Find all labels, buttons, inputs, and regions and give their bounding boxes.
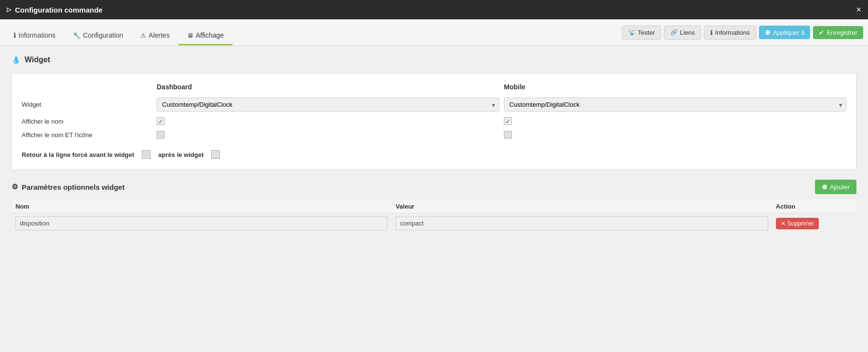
check-icon: ✔ <box>819 29 824 36</box>
wrench-icon: 🔧 <box>73 32 81 39</box>
param-action-cell: ✕ Supprimer <box>772 213 856 234</box>
informations-btn-label: Informations <box>715 29 750 36</box>
rss-icon: 📡 <box>628 29 636 36</box>
table-row: ✕ Supprimer <box>12 213 856 234</box>
title-bar-left: ▷ Configuration commande <box>7 6 103 14</box>
afficher-nom-mobile-checkbox-wrapper: ✓ <box>504 117 846 125</box>
mobile-widget-select[interactable]: Customtemp/DigitalClock <box>504 98 846 112</box>
display-icon: 🖥 <box>187 32 193 39</box>
optional-title-label: Paramètres optionnels widget <box>22 183 124 191</box>
enregistrer-button[interactable]: ✔ Enregistrer <box>813 26 863 39</box>
params-table: Nom Valeur Action ✕ Suppri <box>12 200 856 233</box>
afficher-nom-dashboard-checkbox[interactable]: ✓ <box>157 117 164 125</box>
tab-configuration-label: Configuration <box>83 31 123 39</box>
tab-affichage[interactable]: 🖥 Affichage <box>178 31 232 45</box>
delete-label: Supprimer <box>787 220 814 227</box>
widget-section-title: Widget <box>25 56 50 64</box>
linebreak-before-checkbox[interactable] <box>142 150 150 159</box>
afficher-icone-mobile-checkbox[interactable] <box>504 131 512 139</box>
x-icon: ✕ <box>781 220 786 227</box>
gear-icon: ⚙ <box>12 183 18 191</box>
tester-label: Tester <box>638 29 655 36</box>
afficher-nom-row: Afficher le nom ✓ ✓ <box>22 114 846 128</box>
tab-alertes[interactable]: ⚠ Alertes <box>132 31 178 45</box>
delete-param-button[interactable]: ✕ Supprimer <box>776 218 819 229</box>
add-label: Ajouter <box>830 183 850 191</box>
col-nom-header: Nom <box>12 200 392 213</box>
widget-config-panel: Dashboard Mobile Widget Customtemp/Digit… <box>12 73 856 170</box>
dashboard-widget-select[interactable]: Customtemp/DigitalClock <box>157 98 499 112</box>
drop-icon: 💧 <box>12 56 21 64</box>
tab-informations-label: Informations <box>18 31 55 39</box>
alert-icon: ⚠ <box>140 32 146 39</box>
widget-row-label: Widget <box>22 101 152 108</box>
spacer <box>22 83 152 91</box>
afficher-nom-mobile-checkbox[interactable]: ✓ <box>504 117 512 125</box>
param-valeur-cell <box>392 213 772 234</box>
optional-title-wrapper: ⚙ Paramètres optionnels widget <box>12 183 124 191</box>
col-action-header: Action <box>772 200 856 213</box>
tab-configuration[interactable]: 🔧 Configuration <box>64 31 132 45</box>
mobile-col-header: Mobile <box>504 83 846 91</box>
title-bar: ▷ Configuration commande × <box>0 0 868 19</box>
widget-section-header: 💧 Widget <box>12 56 856 64</box>
tester-button[interactable]: 📡 Tester <box>622 26 661 40</box>
plus-icon: ⊕ <box>765 28 771 36</box>
param-nom-cell <box>12 213 392 234</box>
window-title: Configuration commande <box>15 6 103 14</box>
liens-label: Liens <box>680 29 695 36</box>
add-plus-icon: ⊕ <box>822 183 827 191</box>
col-valeur-header: Valeur <box>392 200 772 213</box>
linebreak-after-checkbox[interactable] <box>211 150 220 159</box>
appliquer-button[interactable]: ⊕ Appliquer à <box>759 26 811 39</box>
mobile-widget-select-wrapper: Customtemp/DigitalClock ▾ <box>504 98 846 112</box>
link-icon: 🔗 <box>670 29 678 36</box>
tab-affichage-label: Affichage <box>196 31 224 39</box>
liens-button[interactable]: 🔗 Liens <box>664 26 701 40</box>
appliquer-label: Appliquer à <box>773 29 805 36</box>
afficher-icone-dashboard-checkbox[interactable] <box>157 131 164 139</box>
params-table-header-row: Nom Valeur Action <box>12 200 856 213</box>
close-button[interactable]: × <box>856 5 861 15</box>
add-param-button[interactable]: ⊕ Ajouter <box>815 180 856 194</box>
afficher-nom-icone-label: Afficher le nom ET l'icône <box>22 131 152 139</box>
param-nom-input[interactable] <box>15 216 388 230</box>
info-btn-icon: ℹ <box>710 29 713 36</box>
optional-header: ⚙ Paramètres optionnels widget ⊕ Ajouter <box>12 180 856 194</box>
linebreak-after-label: après le widget <box>158 151 203 158</box>
afficher-nom-label: Afficher le nom <box>22 118 152 125</box>
informations-button[interactable]: ℹ Informations <box>704 26 756 40</box>
param-valeur-input[interactable] <box>395 216 768 230</box>
afficher-nom-icone-row: Afficher le nom ET l'icône <box>22 128 846 141</box>
enregistrer-label: Enregistrer <box>827 29 857 36</box>
tab-bar-left: ℹ Informations 🔧 Configuration ⚠ Alertes… <box>5 19 232 45</box>
afficher-nom-dashboard-checkbox-wrapper: ✓ <box>157 117 499 125</box>
tab-informations[interactable]: ℹ Informations <box>5 31 64 45</box>
linebreak-row: Retour à la ligne forcé avant le widget … <box>22 145 846 162</box>
info-icon: ℹ <box>14 31 16 39</box>
optional-section: ⚙ Paramètres optionnels widget ⊕ Ajouter… <box>12 180 856 233</box>
main-content: 💧 Widget Dashboard Mobile Widget Customt… <box>0 46 868 352</box>
dashboard-col-header: Dashboard <box>157 83 499 91</box>
afficher-icone-mobile-wrapper <box>504 131 846 139</box>
linebreak-before-label: Retour à la ligne forcé avant le widget <box>22 151 134 158</box>
dashboard-widget-select-wrapper: Customtemp/DigitalClock ▾ <box>157 98 499 112</box>
toolbar-right: 📡 Tester 🔗 Liens ℹ Informations ⊕ Appliq… <box>622 19 863 45</box>
afficher-icone-dashboard-wrapper <box>157 131 499 139</box>
tab-bar: ℹ Informations 🔧 Configuration ⚠ Alertes… <box>0 19 868 46</box>
check-mark-mobile: ✓ <box>505 118 511 125</box>
widget-row: Widget Customtemp/DigitalClock ▾ Customt… <box>22 95 846 114</box>
config-header-row: Dashboard Mobile <box>22 81 846 93</box>
check-mark: ✓ <box>158 118 163 125</box>
tab-alertes-label: Alertes <box>149 31 170 39</box>
expand-icon: ▷ <box>7 6 11 13</box>
